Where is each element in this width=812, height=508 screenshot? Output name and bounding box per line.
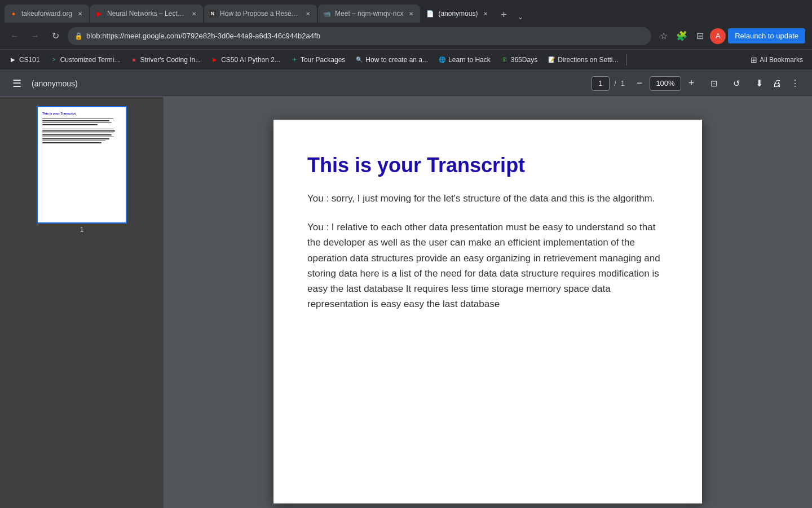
pdf-download-button[interactable]: ⬇ <box>751 76 767 91</box>
bookmark-create[interactable]: 🔍 How to create an a... <box>351 54 433 66</box>
extensions-button[interactable]: 🧩 <box>674 28 690 44</box>
tab-close-takeuforward[interactable]: ✕ <box>76 9 85 18</box>
tab-favicon-anonymous: 📄 <box>426 9 435 18</box>
bookmark-tour[interactable]: ✈ Tour Packages <box>286 54 350 66</box>
pdf-page-1: This is your Transcript You : sorry, I j… <box>273 120 702 503</box>
bookmark-cs101[interactable]: ▶ CS101 <box>5 54 45 66</box>
thumbnail-page-number: 1 <box>80 226 84 234</box>
tab-bar: ● takeuforward.org ✕ ▶ Neural Networks –… <box>0 0 812 23</box>
bookmark-icon-hack: 🌐 <box>438 56 446 64</box>
all-bookmarks-button[interactable]: ⊞ All Bookmarks <box>746 53 807 67</box>
bookmark-cs50[interactable]: ▶ CS50 AI Python 2... <box>206 54 285 66</box>
thumbnail-panel: This is your Transcript <box>0 97 164 508</box>
pdf-zoom-value: 100% <box>650 76 681 91</box>
bookmark-365days[interactable]: 🗓 365Days <box>496 54 542 66</box>
bookmark-label-tour: Tour Packages <box>301 56 345 64</box>
tab-favicon-notion: N <box>209 10 217 17</box>
bookmark-star-button[interactable]: ☆ <box>656 28 672 44</box>
pdf-page-input[interactable] <box>592 76 610 91</box>
tab-title-anonymous: (anonymous) <box>438 10 478 17</box>
tab-meet[interactable]: 📹 Meet – nqm-wmqv-ncx ✕ <box>318 5 420 23</box>
bookmark-icon-create: 🔍 <box>355 56 363 64</box>
bookmarks-bar: ▶ CS101 > Customized Termi... ■ Striver'… <box>0 50 812 70</box>
bookmark-label-365: 365Days <box>511 56 537 64</box>
bookmark-label-striver: Striver's Coding In... <box>140 56 201 64</box>
tab-close-meet[interactable]: ✕ <box>407 9 416 18</box>
browser-actions: ☆ 🧩 ⊟ A Relaunch to update <box>656 28 805 44</box>
bookmark-label-terminal: Customized Termi... <box>60 56 120 64</box>
bookmark-terminal[interactable]: > Customized Termi... <box>46 54 125 66</box>
bookmark-icon-terminal: > <box>50 56 58 64</box>
thumbnail-wrapper-1: This is your Transcript <box>37 106 127 234</box>
address-bar: ← → ↻ 🔒 blob:https://meet.google.com/079… <box>0 23 812 50</box>
tab-title-takeuforward: takeuforward.org <box>21 10 72 17</box>
pdf-page-separator: / <box>614 79 616 87</box>
url-text: blob:https://meet.google.com/0792e82b-3d… <box>86 32 645 40</box>
tab-favicon-takeuforward: ● <box>9 9 18 18</box>
browser-frame: ● takeuforward.org ✕ ▶ Neural Networks –… <box>0 0 812 508</box>
reload-button[interactable]: ↻ <box>47 28 63 44</box>
pdf-zoom-control: − 100% + <box>632 76 699 91</box>
bookmark-label-cs101: CS101 <box>19 56 40 64</box>
bookmark-hack[interactable]: 🌐 Learn to Hack <box>434 54 495 66</box>
relaunch-update-button[interactable]: Relaunch to update <box>728 28 805 43</box>
pdf-page-control: / 1 <box>592 76 625 91</box>
bookmark-separator <box>626 54 627 65</box>
all-bookmarks-icon: ⊞ <box>751 55 757 64</box>
pdf-right-actions: ⬇ 🖨 ⋮ <box>751 76 803 91</box>
tab-close-neural[interactable]: ✕ <box>189 9 198 18</box>
bookmark-icon-striver: ■ <box>130 56 138 64</box>
back-button[interactable]: ← <box>7 28 23 44</box>
new-tab-button[interactable]: + <box>496 7 511 23</box>
tab-close-anonymous[interactable]: ✕ <box>481 9 490 18</box>
pdf-document-heading: This is your Transcript <box>307 154 668 177</box>
tab-anonymous[interactable]: 📄 (anonymous) ✕ <box>421 5 495 23</box>
pdf-document-title: (anonymous) <box>32 79 585 88</box>
tab-close-notion[interactable]: ✕ <box>303 9 312 18</box>
bookmark-label-create: How to create an a... <box>365 56 428 64</box>
url-bar[interactable]: 🔒 blob:https://meet.google.com/0792e82b-… <box>68 27 651 45</box>
forward-button[interactable]: → <box>27 28 43 44</box>
pdf-main-view[interactable]: This is your Transcript You : sorry, I j… <box>164 97 812 508</box>
bookmark-label-cs50: CS50 AI Python 2... <box>221 56 280 64</box>
pdf-toolbar: ☰ (anonymous) / 1 − 100% + ⊡ ↺ ⬇ 🖨 ⋮ <box>0 70 812 97</box>
bookmark-icon-365: 🗓 <box>501 56 509 64</box>
all-bookmarks-label: All Bookmarks <box>760 56 803 64</box>
bookmark-icon-cs101: ▶ <box>9 56 17 64</box>
pdf-print-button[interactable]: 🖨 <box>769 76 785 91</box>
bookmark-label-directions: Directions on Setti... <box>558 56 618 64</box>
thumbnail-doc-title: This is your Transcript <box>42 112 121 116</box>
thumbnail-content: This is your Transcript <box>42 112 121 218</box>
tab-title-neural: Neural Networks – Lecture 5 <box>107 10 186 17</box>
tab-favicon-meet: 📹 <box>323 9 332 18</box>
bookmark-icon-cs50: ▶ <box>211 56 219 64</box>
pdf-page-total: 1 <box>621 79 625 87</box>
tab-neural-networks[interactable]: ▶ Neural Networks – Lecture 5 ✕ <box>90 5 203 23</box>
tab-expand-button[interactable]: ⌄ <box>515 11 526 23</box>
pdf-content-area: This is your Transcript <box>0 97 812 508</box>
pdf-paragraph-2: You : I relative to each other data pres… <box>307 220 668 312</box>
tab-title-notion: How to Propose a Research C <box>220 10 300 17</box>
tab-title-meet: Meet – nqm-wmqv-ncx <box>335 10 403 17</box>
tab-favicon-neural: ▶ <box>95 9 104 18</box>
pdf-menu-button[interactable]: ☰ <box>9 76 25 91</box>
pdf-zoom-out-button[interactable]: − <box>632 76 647 91</box>
bookmark-icon-directions: 📝 <box>548 56 555 64</box>
tab-takeuforward[interactable]: ● takeuforward.org ✕ <box>5 5 89 23</box>
pdf-more-options-button[interactable]: ⋮ <box>787 76 803 91</box>
pdf-fit-page-button[interactable]: ⊡ <box>706 76 722 91</box>
bookmark-striver[interactable]: ■ Striver's Coding In... <box>126 54 206 66</box>
lock-icon: 🔒 <box>74 32 83 40</box>
bookmark-directions[interactable]: 📝 Directions on Setti... <box>543 54 623 66</box>
pdf-rotate-button[interactable]: ↺ <box>729 76 744 91</box>
pdf-paragraph-1: You : sorry, I just moving for the let's… <box>307 191 668 206</box>
tab-notion[interactable]: N How to Propose a Research C ✕ <box>204 5 317 23</box>
profile-avatar[interactable]: A <box>710 28 726 44</box>
bookmark-label-hack: Learn to Hack <box>448 56 491 64</box>
page-thumbnail-1[interactable]: This is your Transcript <box>37 106 127 224</box>
sidebar-toggle-button[interactable]: ⊟ <box>692 28 708 44</box>
bookmark-icon-tour: ✈ <box>290 56 298 64</box>
pdf-zoom-in-button[interactable]: + <box>683 76 699 91</box>
